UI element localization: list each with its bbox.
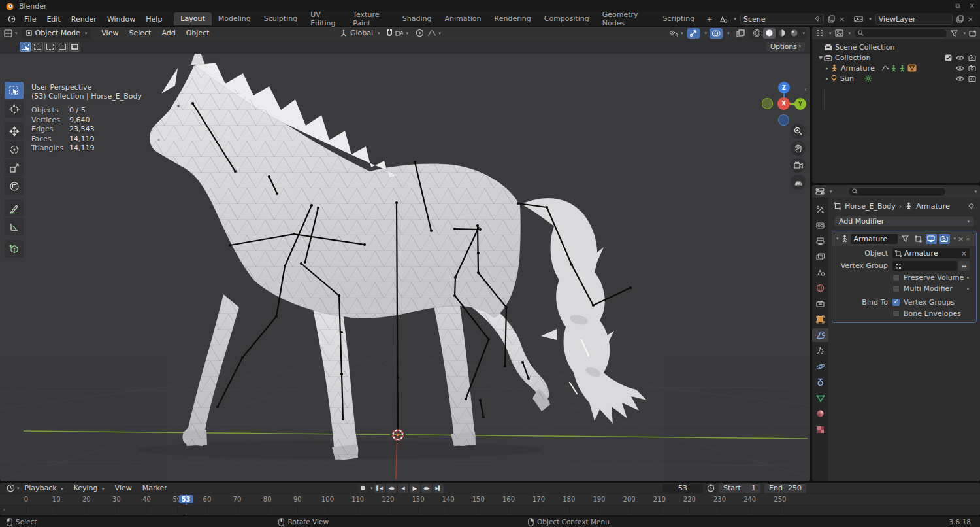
viewport-menu-select[interactable]: Select — [123, 29, 156, 37]
object-field-clear[interactable]: × — [961, 249, 967, 258]
xray-toggle[interactable] — [734, 28, 747, 39]
copy-view-layer-icon[interactable] — [956, 15, 964, 23]
copy-scene-icon[interactable] — [828, 15, 835, 23]
properties-options-chevron[interactable]: ▾ — [974, 189, 977, 194]
tab-shading[interactable]: Shading — [396, 12, 438, 26]
tab-output[interactable] — [812, 234, 828, 248]
viewport-menu-object[interactable]: Object — [181, 29, 215, 37]
editor-type-properties-icon[interactable] — [815, 188, 825, 195]
blender-menu-icon[interactable] — [7, 15, 16, 23]
preview-range-stopwatch-icon[interactable] — [707, 484, 715, 492]
preserve-volume-checkbox[interactable] — [892, 274, 900, 281]
menu-file[interactable]: File — [19, 13, 41, 26]
tool-measure[interactable] — [5, 218, 24, 235]
menu-render[interactable]: Render — [66, 13, 102, 26]
shading-chevron[interactable]: ▾ — [802, 31, 805, 36]
view-layer-icon[interactable] — [854, 15, 863, 23]
collection-expand-caret[interactable]: ▼ — [817, 55, 824, 61]
multi-modifier-checkbox[interactable] — [892, 285, 900, 292]
editor-type-3d-viewport-icon[interactable] — [4, 29, 13, 37]
display-mode-icon[interactable] — [835, 29, 843, 37]
gizmo-y-neg-axis[interactable] — [762, 98, 773, 109]
select-mode-invert[interactable] — [57, 42, 68, 52]
auto-keying-chevron[interactable]: ▾ — [370, 486, 373, 491]
animate-dot-1[interactable]: • — [966, 275, 970, 281]
filter-icon[interactable] — [951, 30, 958, 37]
add-workspace-button[interactable]: + — [701, 15, 717, 24]
shading-rendered-button[interactable] — [788, 28, 800, 39]
editor-type-timeline-icon[interactable] — [7, 484, 15, 492]
outliner-row-armature[interactable]: ▸ Armature — [812, 63, 980, 73]
tab-animation[interactable]: Animation — [438, 12, 487, 26]
tab-scene[interactable] — [812, 265, 828, 279]
cursor-3d[interactable] — [390, 427, 406, 443]
hide-eye-icon[interactable] — [956, 55, 964, 61]
tab-physics[interactable] — [812, 360, 828, 373]
pan-view-button[interactable] — [791, 141, 806, 156]
armature-render-camera-icon[interactable] — [968, 65, 976, 71]
object-mode-dropdown[interactable]: Object Mode ▾ — [22, 28, 91, 39]
outliner-row-scene-collection[interactable]: Scene Collection — [812, 42, 980, 52]
select-mode-subtract[interactable] — [44, 42, 56, 52]
tab-tool[interactable] — [812, 203, 828, 216]
snap-toggle[interactable]: ▾ — [385, 28, 411, 39]
tab-material[interactable] — [812, 407, 828, 420]
jump-to-end-button[interactable]: ▶▌ — [433, 484, 444, 493]
timeline-track-area[interactable]: › — [0, 505, 980, 515]
properties-search-input[interactable] — [848, 187, 946, 196]
tab-view-layer[interactable] — [812, 250, 828, 264]
overlays-toggle[interactable] — [710, 28, 723, 39]
tool-move[interactable] — [5, 122, 24, 140]
region-collapse-chevron[interactable]: ‹ — [804, 86, 807, 93]
outliner-row-sun[interactable]: ▸ Sun — [812, 73, 980, 84]
view-layer-browse-chevron[interactable]: ▾ — [869, 16, 872, 22]
camera-view-button[interactable] — [791, 158, 806, 173]
tool-rotate[interactable] — [5, 141, 24, 158]
current-frame-field[interactable]: 53 — [662, 484, 703, 493]
scene-browse-chevron[interactable]: ▾ — [734, 16, 737, 22]
add-modifier-dropdown[interactable]: Add Modifier ▾ — [834, 216, 975, 227]
gizmo-z-axis[interactable]: Z — [778, 82, 790, 94]
tab-scripting[interactable]: Scripting — [656, 12, 701, 26]
armature-hide-eye-icon[interactable] — [956, 65, 964, 71]
gizmos-chevron[interactable]: ▾ — [704, 31, 707, 36]
modifier-object-field[interactable]: Armature × — [892, 248, 970, 258]
navigation-gizmo[interactable]: Z Y X — [758, 78, 810, 130]
vertex-group-field[interactable] — [892, 261, 957, 271]
tool-cursor[interactable] — [5, 100, 24, 118]
outliner-search-input[interactable] — [854, 29, 947, 38]
pin-icon[interactable] — [815, 16, 821, 22]
tab-collection[interactable] — [812, 297, 828, 311]
timeline-ruler[interactable]: 0102030405060708090100110120130140150160… — [0, 494, 980, 505]
viewport-menu-add[interactable]: Add — [156, 29, 180, 37]
options-dropdown[interactable]: Options ▾ — [766, 42, 805, 52]
overlays-chevron[interactable]: ▾ — [727, 31, 730, 36]
playhead-badge[interactable]: 53 — [179, 495, 193, 503]
tab-world[interactable] — [812, 281, 828, 295]
tab-modeling[interactable]: Modeling — [212, 12, 257, 26]
modifier-render-toggle[interactable] — [939, 234, 950, 244]
view-layer-selector[interactable]: ViewLayer — [875, 14, 953, 25]
play-button[interactable]: ▶ — [410, 484, 420, 493]
tab-modifiers[interactable] — [812, 328, 828, 342]
tab-layout[interactable]: Layout — [174, 12, 211, 26]
bone-envelopes-checkbox[interactable] — [892, 310, 900, 317]
select-mode-intersect[interactable] — [69, 42, 80, 52]
display-mode-chevron[interactable]: ▾ — [849, 31, 851, 36]
next-keyframe-button[interactable]: ◆▶ — [421, 484, 432, 493]
shading-solid-button[interactable] — [763, 28, 776, 39]
tool-select-box[interactable] — [5, 82, 24, 99]
tab-render[interactable] — [812, 218, 828, 232]
tab-sculpting[interactable]: Sculpting — [257, 12, 304, 26]
frame-start-field[interactable]: Start 1 — [719, 484, 760, 493]
timeline-menu-playback[interactable]: Playback ▾ — [20, 484, 69, 492]
new-collection-icon[interactable] — [969, 29, 977, 37]
gizmo-y-axis[interactable]: Y — [794, 98, 806, 110]
track-expander[interactable]: › — [3, 506, 6, 513]
transform-orientation-dropdown[interactable]: Global ▾ — [340, 29, 380, 37]
modifier-collapse-chevron[interactable]: ▾ — [836, 236, 839, 241]
snap-target-button[interactable]: ▾ — [393, 28, 411, 39]
toggle-orthographic-button[interactable] — [791, 175, 806, 190]
outliner-editor-chevron[interactable]: ▾ — [829, 31, 832, 36]
filter-chevron[interactable]: ▾ — [963, 31, 966, 36]
